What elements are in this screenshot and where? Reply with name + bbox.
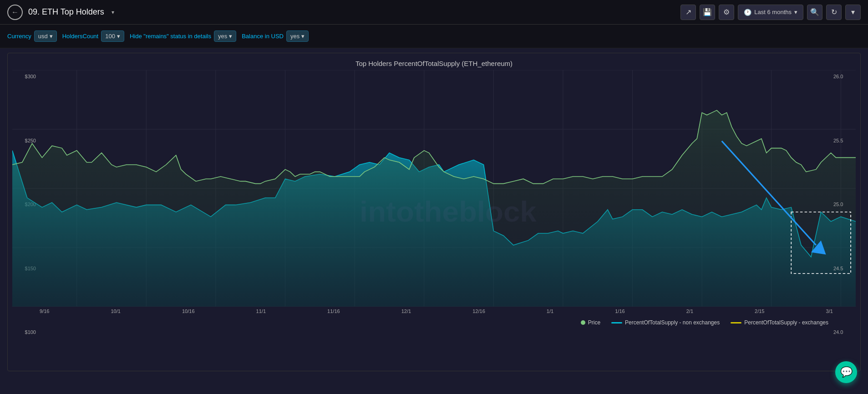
- share-icon: ↗: [685, 8, 691, 16]
- header: ← 09. ETH Top Holders ▾ ↗ 💾 ⚙ 🕐 Last 6 m…: [0, 0, 868, 25]
- save-button[interactable]: 💾: [700, 5, 715, 20]
- price-legend-label: Price: [588, 319, 600, 326]
- chart-area[interactable]: intotheblock: [12, 70, 856, 307]
- gear-icon: ⚙: [723, 8, 730, 16]
- x-label-916: 9/16: [40, 308, 49, 314]
- x-label-101: 10/1: [111, 308, 121, 314]
- legend: Price PercentOfTotalSupply - non exchang…: [8, 316, 860, 329]
- legend-exchanges: PercentOfTotalSupply - exchanges: [731, 319, 828, 326]
- x-label-21: 2/1: [686, 308, 693, 314]
- y-left-100: $100: [12, 329, 40, 335]
- legend-price: Price: [581, 319, 600, 326]
- refresh-button[interactable]: ↻: [826, 5, 842, 20]
- chat-button[interactable]: 💬: [835, 361, 857, 383]
- hide-value: yes: [218, 33, 227, 40]
- y-right-24: 24.0: [831, 329, 856, 335]
- search-button[interactable]: 🔍: [807, 5, 822, 20]
- exchanges-legend-label: PercentOfTotalSupply - exchanges: [744, 319, 828, 326]
- non-exchanges-legend-label: PercentOfTotalSupply - non exchanges: [625, 319, 720, 326]
- currency-value: usd: [38, 33, 48, 40]
- refresh-dropdown-button[interactable]: ▾: [845, 5, 861, 20]
- save-icon: 💾: [703, 8, 712, 16]
- holders-param: HoldersCount 100 ▾: [62, 30, 124, 42]
- currency-select[interactable]: usd ▾: [34, 30, 57, 42]
- refresh-icon: ↻: [831, 8, 837, 16]
- x-label-1016: 10/16: [182, 308, 195, 314]
- x-label-1116: 11/16: [327, 308, 340, 314]
- page-title: 09. ETH Top Holders: [28, 7, 104, 17]
- hide-select[interactable]: yes ▾: [214, 30, 236, 42]
- clock-icon: 🕐: [744, 9, 751, 16]
- x-label-215: 2/15: [755, 308, 764, 314]
- header-right: ↗ 💾 ⚙ 🕐 Last 6 months ▾ 🔍 ↻ ▾: [680, 5, 861, 20]
- holders-value: 100: [105, 33, 115, 40]
- settings-button[interactable]: ⚙: [719, 5, 734, 20]
- chevron-down-icon: ▾: [851, 8, 855, 16]
- toolbar: Currency usd ▾ HoldersCount 100 ▾ Hide "…: [0, 25, 868, 48]
- balance-param: Balance in USD yes ▾: [242, 30, 309, 42]
- legend-non-exchanges: PercentOfTotalSupply - non exchanges: [611, 319, 720, 326]
- y-right-26: 26.0: [831, 74, 856, 79]
- currency-arrow: ▾: [50, 33, 53, 40]
- holders-label: HoldersCount: [62, 33, 99, 40]
- time-range-button[interactable]: 🕐 Last 6 months ▾: [738, 5, 803, 20]
- hide-arrow: ▾: [229, 33, 232, 40]
- hide-label: Hide "remains" status in details: [130, 33, 211, 40]
- y-right-25: 25.0: [831, 202, 856, 207]
- x-label-116: 1/16: [615, 308, 624, 314]
- currency-param: Currency usd ▾: [7, 30, 57, 42]
- share-button[interactable]: ↗: [680, 5, 696, 20]
- title-dropdown-icon[interactable]: ▾: [112, 9, 114, 15]
- y-right-255: 25.5: [831, 138, 856, 143]
- header-left: ← 09. ETH Top Holders ▾: [7, 5, 114, 20]
- x-label-11: 1/1: [547, 308, 553, 314]
- currency-label: Currency: [7, 33, 31, 40]
- y-right-245: 24.5: [831, 266, 856, 271]
- holders-arrow: ▾: [117, 33, 120, 40]
- search-icon: 🔍: [810, 8, 819, 16]
- back-button[interactable]: ←: [7, 5, 23, 20]
- balance-value: yes: [290, 33, 299, 40]
- chart-svg: intotheblock: [12, 70, 856, 307]
- back-icon: ←: [11, 8, 19, 16]
- time-range-label: Last 6 months: [754, 9, 792, 15]
- balance-arrow: ▾: [301, 33, 305, 40]
- x-axis: 9/16 10/1 10/16 11/1 11/16 12/1 12/16 1/…: [40, 307, 833, 316]
- chat-icon: 💬: [840, 366, 853, 378]
- hide-param: Hide "remains" status in details yes ▾: [130, 30, 236, 42]
- balance-select[interactable]: yes ▾: [286, 30, 309, 42]
- holders-select[interactable]: 100 ▾: [101, 30, 124, 42]
- x-label-111: 11/1: [256, 308, 266, 314]
- y-axis-right: 26.0 25.5 25.0 24.5 24.0: [831, 70, 856, 338]
- time-range-arrow: ▾: [794, 9, 797, 15]
- exchanges-legend-color: [731, 322, 741, 323]
- balance-label: Balance in USD: [242, 33, 284, 40]
- watermark-text: intotheblock: [360, 196, 537, 227]
- chart-title: Top Holders PercentOfTotalSupply (ETH_et…: [8, 53, 860, 70]
- price-legend-dot: [581, 320, 585, 325]
- non-exchanges-legend-color: [611, 322, 622, 323]
- x-label-1216: 12/16: [472, 308, 485, 314]
- chart-container: Top Holders PercentOfTotalSupply (ETH_et…: [7, 53, 861, 371]
- x-label-121: 12/1: [401, 308, 411, 314]
